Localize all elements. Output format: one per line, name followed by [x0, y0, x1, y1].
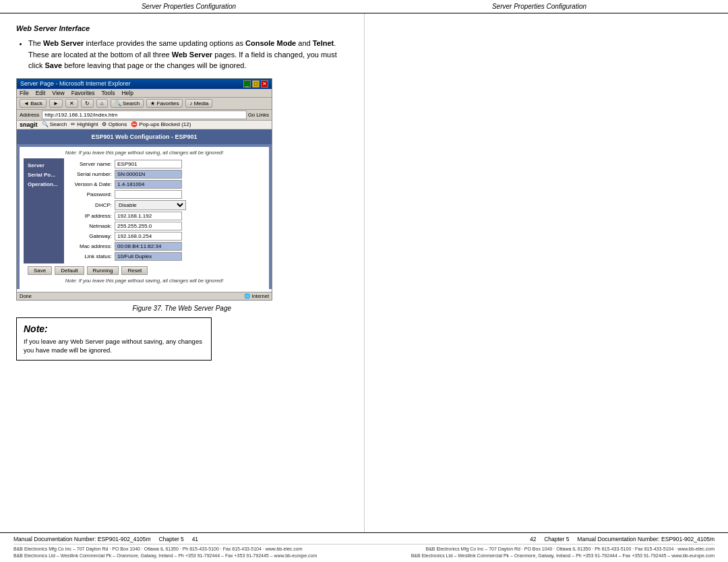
menu-edit[interactable]: Edit: [36, 90, 46, 96]
favorites-button[interactable]: ★ Favorites: [146, 99, 183, 108]
toolbar-search[interactable]: 🔍 Search: [42, 121, 67, 127]
input-server-name[interactable]: [115, 160, 182, 168]
esp-sidenav: Server Serial Po... Operation...: [24, 158, 64, 263]
top-header: Server Properties Configuration Server P…: [0, 0, 728, 13]
footer-right: 42 Chapter 5 Manual Documentation Number…: [364, 536, 715, 542]
window-buttons: _ □ ✕: [243, 80, 268, 88]
input-gateway[interactable]: [115, 232, 182, 241]
left-column: Web Server Interface The Web Server inte…: [0, 13, 365, 532]
bold-webserver: Web Server: [43, 39, 84, 47]
browser-searchbar: snagit 🔍 Search ✏ Highlight ⚙ Options ⛔ …: [17, 121, 272, 129]
footer-left-company2: B&B Electronics Ltd – Westlink Commercia…: [13, 553, 364, 559]
esp-form-buttons: Save Default Running Reset: [24, 263, 265, 278]
esp-page-title: ESP901 Web Configuration - ESP901: [17, 129, 272, 144]
footer-left-docnum: Manual Documentation Number: ESP901-902_…: [13, 536, 151, 542]
label-link-status: Link status:: [68, 253, 112, 259]
bold-save: Save: [44, 61, 62, 69]
esp-note-top: Note: If you leave this page without sav…: [24, 150, 265, 156]
go-button[interactable]: Go: [248, 112, 255, 118]
label-ip-address: IP address:: [68, 213, 112, 219]
input-password[interactable]: [115, 190, 182, 199]
minimize-button[interactable]: _: [243, 80, 251, 88]
stop-button[interactable]: ✕: [65, 99, 78, 108]
header-left-title: Server Properties Configuration: [13, 3, 364, 10]
search-button[interactable]: 🔍 Search: [111, 99, 144, 108]
field-ip-address: IP address:: [68, 212, 261, 220]
address-input[interactable]: [42, 111, 246, 119]
browser-title: Server Page - Microsoft Internet Explore…: [20, 80, 131, 87]
esp-form: Server name: Serial number: Version & Da…: [64, 158, 265, 263]
input-link-status[interactable]: [115, 252, 182, 261]
address-label: Address: [20, 112, 39, 118]
footer-left-pagenum: 41: [192, 536, 198, 542]
esp-inner: Server Serial Po... Operation... Server …: [24, 158, 265, 263]
forward-button[interactable]: ►: [49, 99, 63, 108]
input-ip-address[interactable]: [115, 212, 182, 220]
label-mac-address: Mac address:: [68, 243, 112, 249]
back-button[interactable]: ◄ Back: [20, 99, 47, 108]
home-button[interactable]: ⌂: [96, 99, 108, 108]
input-serial-number[interactable]: [115, 170, 182, 179]
figure-caption: Figure 37. The Web Server Page: [16, 305, 348, 312]
note-text: If you leave any Web Server page without…: [24, 337, 204, 355]
refresh-button[interactable]: ↻: [81, 99, 94, 108]
browser-menubar: File Edit View Favorites Tools Help: [17, 89, 272, 98]
right-column: [365, 13, 729, 532]
running-button[interactable]: Running: [87, 266, 119, 275]
toolbar-options[interactable]: ⚙ Options: [102, 121, 127, 127]
main-content: Web Server Interface The Web Server inte…: [0, 13, 728, 532]
label-server-name: Server name:: [68, 161, 112, 167]
browser-addressrow: Address Go Links: [17, 110, 272, 121]
field-dhcp: DHCP: Disable Enable: [68, 200, 261, 210]
browser-titlebar: Server Page - Microsoft Internet Explore…: [17, 79, 272, 89]
note-box: Note: If you leave any Web Server page w…: [16, 317, 212, 361]
footer-right-docnum: Manual Documentation Number: ESP901-902_…: [577, 536, 715, 542]
browser-toolbar: ◄ Back ► ✕ ↻ ⌂ 🔍 Search ★ Favorites ♪ Me…: [17, 98, 272, 110]
save-button[interactable]: Save: [28, 266, 52, 275]
menu-view[interactable]: View: [52, 90, 64, 96]
status-right: 🌐 Internet: [244, 293, 269, 299]
select-dhcp[interactable]: Disable Enable: [115, 200, 186, 210]
status-left: Done: [20, 293, 32, 299]
label-serial-number: Serial number:: [68, 171, 112, 177]
sidenav-operation[interactable]: Operation...: [28, 180, 60, 189]
label-password: Password:: [68, 191, 112, 197]
footer-right-pagenum: 42: [530, 536, 536, 542]
field-serial-number: Serial number:: [68, 170, 261, 179]
field-version-date: Version & Date:: [68, 180, 261, 189]
sidenav-serial[interactable]: Serial Po...: [28, 170, 60, 180]
field-gateway: Gateway:: [68, 232, 261, 241]
browser-statusbar: Done 🌐 Internet: [17, 292, 272, 300]
toolbar-highlight[interactable]: ✏ Highlight: [71, 121, 98, 127]
section-title: Web Server Interface: [16, 24, 348, 32]
close-button[interactable]: ✕: [261, 80, 268, 88]
field-server-name: Server name:: [68, 160, 261, 168]
label-netmask: Netmask:: [68, 223, 112, 229]
media-button[interactable]: ♪ Media: [185, 99, 212, 108]
menu-help[interactable]: Help: [121, 90, 133, 96]
header-right-title: Server Properties Configuration: [364, 3, 715, 10]
sidenav-server[interactable]: Server: [28, 161, 60, 170]
reset-button[interactable]: Reset: [121, 266, 148, 275]
input-version-date[interactable]: [115, 180, 182, 189]
label-version-date: Version & Date:: [68, 181, 112, 187]
menu-tools[interactable]: Tools: [102, 90, 115, 96]
default-button[interactable]: Default: [55, 266, 84, 275]
footer-right-company1: B&B Electronics Mfg Co Inc – 707 Dayton …: [364, 546, 715, 553]
field-mac-address: Mac address:: [68, 242, 261, 251]
input-netmask[interactable]: [115, 222, 182, 230]
note-title: Note:: [24, 323, 204, 334]
links-label: Links: [256, 112, 269, 118]
body-bullet-list: The Web Server interface provides the sa…: [28, 38, 348, 71]
menu-favorites[interactable]: Favorites: [71, 90, 95, 96]
footer-divider: [13, 544, 715, 544]
menu-file[interactable]: File: [20, 90, 29, 96]
maximize-button[interactable]: □: [252, 80, 260, 88]
footer-left: Manual Documentation Number: ESP901-902_…: [13, 536, 364, 542]
bold-telnet: Telnet: [313, 39, 334, 47]
footer-right-sub: B&B Electronics Mfg Co Inc – 707 Dayton …: [364, 546, 715, 559]
label-gateway: Gateway:: [68, 233, 112, 239]
body-text-item: The Web Server interface provides the sa…: [28, 38, 348, 71]
input-mac-address[interactable]: [115, 242, 182, 251]
bold-webserver2: Web Server: [172, 51, 212, 59]
